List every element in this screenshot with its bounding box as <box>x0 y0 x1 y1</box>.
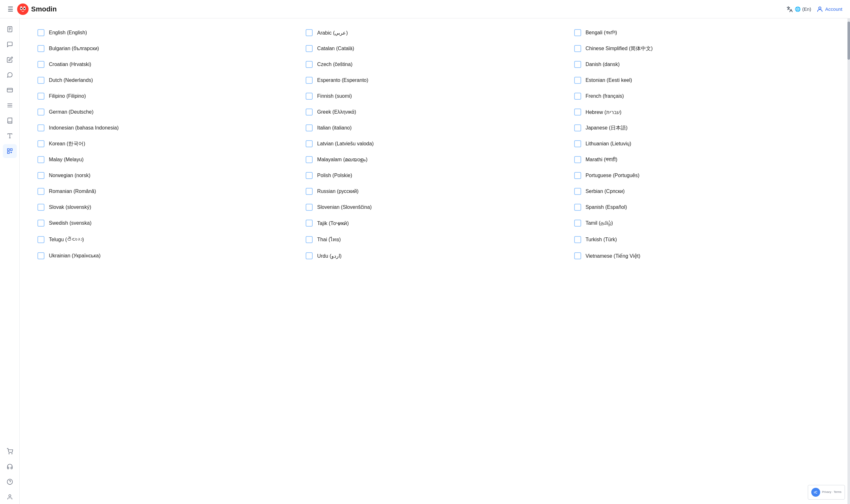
language-item[interactable]: Italian (italiano) <box>301 120 569 136</box>
language-item[interactable]: Japanese (日本語) <box>569 120 837 136</box>
language-item[interactable]: Indonesian (bahasa Indonesia) <box>32 120 301 136</box>
language-checkbox[interactable] <box>574 29 581 36</box>
language-item[interactable]: Malay (Melayu) <box>32 152 301 167</box>
language-item[interactable]: Polish (Polskie) <box>301 167 569 183</box>
language-checkbox[interactable] <box>306 172 313 179</box>
language-checkbox[interactable] <box>37 124 44 131</box>
language-item[interactable]: Esperanto (Esperanto) <box>301 72 569 88</box>
language-item[interactable]: Lithuanian (Lietuvių) <box>569 136 837 152</box>
language-checkbox[interactable] <box>306 124 313 131</box>
language-checkbox[interactable] <box>574 124 581 131</box>
language-item[interactable]: German (Deutsche) <box>32 104 301 120</box>
language-checkbox[interactable] <box>37 109 44 115</box>
language-item[interactable]: Thai (ไทย) <box>301 231 569 248</box>
language-checkbox[interactable] <box>306 252 313 259</box>
language-checkbox[interactable] <box>37 93 44 100</box>
language-checkbox[interactable] <box>306 140 313 147</box>
sidebar-item-lines[interactable] <box>3 98 17 112</box>
sidebar-item-card[interactable] <box>3 83 17 97</box>
language-item[interactable]: Bulgarian (български) <box>32 41 301 56</box>
language-selector[interactable]: 🌐 (En) <box>786 6 811 12</box>
sidebar-item-document[interactable] <box>3 22 17 36</box>
sidebar-item-cart[interactable] <box>3 444 17 458</box>
language-checkbox[interactable] <box>574 172 581 179</box>
language-item[interactable]: Urdu (اردو) <box>301 248 569 264</box>
language-item[interactable]: Romanian (Română) <box>32 183 301 199</box>
language-checkbox[interactable] <box>37 204 44 211</box>
language-item[interactable]: Turkish (Türk) <box>569 231 837 248</box>
language-item[interactable]: Tajik (Тоҷикӣ) <box>301 215 569 231</box>
language-checkbox[interactable] <box>306 188 313 195</box>
language-checkbox[interactable] <box>37 252 44 259</box>
language-item[interactable]: Korean (한국어) <box>32 136 301 152</box>
language-item[interactable]: Estonian (Eesti keel) <box>569 72 837 88</box>
sidebar-item-font[interactable] <box>3 129 17 143</box>
language-item[interactable]: Dutch (Nederlands) <box>32 72 301 88</box>
language-item[interactable]: Czech (čeština) <box>301 56 569 72</box>
sidebar-item-book[interactable] <box>3 114 17 128</box>
language-checkbox[interactable] <box>574 77 581 84</box>
language-checkbox[interactable] <box>574 140 581 147</box>
scrollbar-thumb[interactable] <box>848 22 850 60</box>
language-checkbox[interactable] <box>37 236 44 243</box>
language-checkbox[interactable] <box>306 29 313 36</box>
language-checkbox[interactable] <box>306 204 313 211</box>
account-button[interactable]: Account <box>816 6 843 13</box>
language-item[interactable]: Tamil (தமிழ்) <box>569 215 837 231</box>
sidebar-item-grid-plus[interactable] <box>3 144 17 158</box>
language-checkbox[interactable] <box>37 220 44 227</box>
hamburger-icon[interactable]: ☰ <box>7 5 13 13</box>
language-item[interactable]: Portuguese (Português) <box>569 167 837 183</box>
language-item[interactable]: Serbian (Српски) <box>569 183 837 199</box>
language-item[interactable]: Ukrainian (Українська) <box>32 248 301 264</box>
language-checkbox[interactable] <box>306 220 313 227</box>
language-checkbox[interactable] <box>37 172 44 179</box>
language-item[interactable]: Hebrew (עברית) <box>569 104 837 120</box>
language-item[interactable]: Spanish (Español) <box>569 199 837 215</box>
language-item[interactable]: Finnish (suomi) <box>301 88 569 104</box>
language-item[interactable]: Slovenian (Slovenščina) <box>301 199 569 215</box>
language-item[interactable]: Malayalam (മലയാളം) <box>301 152 569 167</box>
language-checkbox[interactable] <box>306 236 313 243</box>
language-checkbox[interactable] <box>574 156 581 163</box>
language-item[interactable]: Slovak (slovenský) <box>32 199 301 215</box>
language-item[interactable]: Bengali (বাঙালি) <box>569 25 837 41</box>
language-checkbox[interactable] <box>574 204 581 211</box>
language-item[interactable]: French (français) <box>569 88 837 104</box>
language-checkbox[interactable] <box>37 156 44 163</box>
sidebar-item-chat[interactable] <box>3 37 17 51</box>
language-checkbox[interactable] <box>306 109 313 115</box>
language-item[interactable]: Arabic (عربي) <box>301 25 569 41</box>
language-item[interactable]: Swedish (svenska) <box>32 215 301 231</box>
language-checkbox[interactable] <box>574 45 581 52</box>
language-checkbox[interactable] <box>574 109 581 115</box>
language-item[interactable]: Norwegian (norsk) <box>32 167 301 183</box>
language-checkbox[interactable] <box>37 45 44 52</box>
language-item[interactable]: Latvian (Latviešu valoda) <box>301 136 569 152</box>
language-item[interactable]: Marathi (मराठी) <box>569 152 837 167</box>
language-item[interactable]: Russian (русский) <box>301 183 569 199</box>
language-checkbox[interactable] <box>37 188 44 195</box>
language-item[interactable]: Greek (Ελληνικά) <box>301 104 569 120</box>
language-item[interactable]: Telugu (తెలుగు) <box>32 231 301 248</box>
language-item[interactable]: Vietnamese (Tiếng Việt) <box>569 248 837 264</box>
language-checkbox[interactable] <box>306 45 313 52</box>
sidebar-item-help[interactable] <box>3 475 17 489</box>
language-checkbox[interactable] <box>306 77 313 84</box>
language-checkbox[interactable] <box>37 77 44 84</box>
language-checkbox[interactable] <box>574 236 581 243</box>
language-checkbox[interactable] <box>37 29 44 36</box>
sidebar-item-support[interactable] <box>3 460 17 473</box>
sidebar-item-profile[interactable] <box>3 490 17 504</box>
language-checkbox[interactable] <box>574 61 581 68</box>
language-checkbox[interactable] <box>306 61 313 68</box>
language-checkbox[interactable] <box>574 93 581 100</box>
language-checkbox[interactable] <box>306 93 313 100</box>
language-item[interactable]: Danish (dansk) <box>569 56 837 72</box>
sidebar-item-message[interactable] <box>3 68 17 82</box>
sidebar-item-edit[interactable] <box>3 53 17 67</box>
scrollbar[interactable] <box>848 18 850 504</box>
language-item[interactable]: Catalan (Català) <box>301 41 569 56</box>
language-checkbox[interactable] <box>574 252 581 259</box>
language-item[interactable]: Filipino (Filipino) <box>32 88 301 104</box>
